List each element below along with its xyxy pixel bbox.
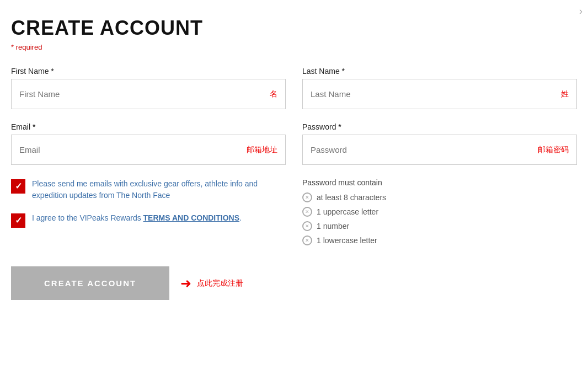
terms-link[interactable]: TERMS AND CONDITIONS <box>143 213 239 222</box>
pwd-requirements-title: Password must contain <box>302 178 577 187</box>
required-note: * required <box>11 43 577 51</box>
marketing-checkbox[interactable]: ✓ <box>11 179 25 194</box>
last-name-input-wrapper: 姓 <box>302 79 577 109</box>
email-input-wrapper: 邮箱地址 <box>11 135 286 165</box>
pwd-icon-2 <box>302 221 312 231</box>
password-input-wrapper: 邮箱密码 <box>302 135 577 165</box>
submit-chinese-hint: 点此完成注册 <box>197 278 243 288</box>
first-name-input-wrapper: 名 <box>11 79 286 109</box>
email-col: Email * 邮箱地址 <box>11 122 286 165</box>
pwd-item-text-3: 1 lowercase letter <box>317 236 377 245</box>
pwd-icon-0 <box>302 192 312 202</box>
last-name-label: Last Name * <box>302 67 577 76</box>
name-row: First Name * 名 Last Name * 姓 <box>11 67 577 109</box>
terms-checkbox[interactable]: ✓ <box>11 213 25 228</box>
password-requirements-col: Password must contain at least 8 charact… <box>302 178 577 250</box>
email-input[interactable] <box>12 135 285 164</box>
terms-checkbox-row: ✓ I agree to the VIPeaks Rewards TERMS A… <box>11 212 286 228</box>
password-col: Password * 邮箱密码 <box>302 122 577 165</box>
first-name-input[interactable] <box>12 79 285 109</box>
pwd-item-2: 1 number <box>302 221 577 231</box>
email-label: Email * <box>11 122 286 131</box>
pwd-item-text-1: 1 uppercase letter <box>317 207 378 216</box>
terms-checkbox-text: I agree to the VIPeaks Rewards TERMS AND… <box>32 212 242 224</box>
submit-section: CREATE ACCOUNT ➜ 点此完成注册 <box>11 266 577 300</box>
first-name-label: First Name * <box>11 67 286 76</box>
last-name-col: Last Name * 姓 <box>302 67 577 109</box>
pwd-icon-3 <box>302 235 312 245</box>
email-password-row: Email * 邮箱地址 Password * 邮箱密码 <box>11 122 577 165</box>
pwd-icon-1 <box>302 207 312 217</box>
pwd-item-text-2: 1 number <box>317 222 349 231</box>
create-account-button[interactable]: CREATE ACCOUNT <box>11 266 169 300</box>
scroll-indicator: › <box>579 6 582 17</box>
arrow-hint: ➜ 点此完成注册 <box>180 276 243 291</box>
arrow-right-icon: ➜ <box>180 276 191 291</box>
marketing-checkbox-text: Please send me emails with exclusive gea… <box>32 178 286 201</box>
lower-section: ✓ Please send me emails with exclusive g… <box>11 178 577 250</box>
password-label: Password * <box>302 122 577 131</box>
pwd-item-text-0: at least 8 characters <box>317 193 386 202</box>
password-requirements: Password must contain at least 8 charact… <box>302 178 577 245</box>
checkboxes-col: ✓ Please send me emails with exclusive g… <box>11 178 286 250</box>
pwd-item-0: at least 8 characters <box>302 192 577 202</box>
marketing-checkbox-row: ✓ Please send me emails with exclusive g… <box>11 178 286 201</box>
pwd-item-1: 1 uppercase letter <box>302 207 577 217</box>
page-title: CREATE ACCOUNT <box>11 17 577 40</box>
first-name-col: First Name * 名 <box>11 67 286 109</box>
last-name-input[interactable] <box>303 79 576 109</box>
pwd-item-3: 1 lowercase letter <box>302 235 577 245</box>
password-input[interactable] <box>303 135 576 164</box>
